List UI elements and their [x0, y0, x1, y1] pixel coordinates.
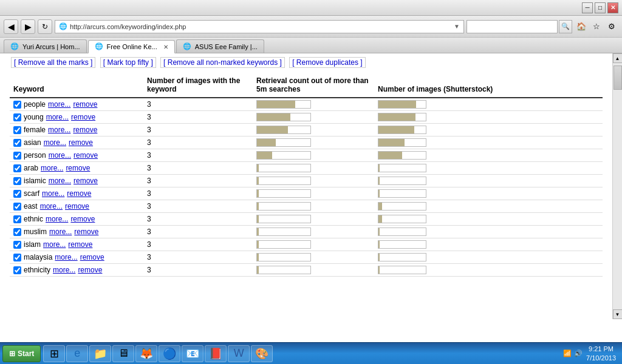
taskbar-app-ie[interactable]: e — [66, 345, 88, 362]
keyword-more-link[interactable]: more... — [49, 177, 71, 185]
keyword-remove-link[interactable]: remove — [73, 177, 98, 185]
taskbar-app-explorer[interactable]: 📁 — [89, 345, 111, 362]
keyword-checkbox[interactable] — [13, 126, 21, 134]
shutterstock-cell — [374, 200, 603, 213]
count-cell: 3 — [143, 200, 253, 213]
scroll-up-arrow[interactable]: ▲ — [613, 53, 623, 63]
keyword-checkbox[interactable] — [13, 164, 21, 172]
keyword-checkbox[interactable] — [13, 254, 21, 261]
tab-yuri[interactable]: 🌐 Yuri Arcurs | Hom... — [4, 39, 87, 53]
keyword-more-link[interactable]: more... — [48, 126, 70, 134]
star-icon[interactable]: ☆ — [590, 20, 603, 33]
keyword-remove-link[interactable]: remove — [73, 126, 97, 134]
home-icon[interactable]: 🏠 — [575, 20, 588, 33]
keyword-more-link[interactable]: more... — [55, 253, 77, 261]
keyword-checkbox[interactable] — [13, 215, 21, 223]
gear-icon[interactable]: ⚙ — [605, 20, 618, 33]
shutterstock-cell — [374, 187, 603, 200]
keyword-name: arab — [24, 164, 38, 172]
taskbar-app-paint[interactable]: 🎨 — [251, 345, 273, 362]
close-button[interactable]: ✕ — [607, 2, 618, 13]
address-bar[interactable]: 🌐 http://arcurs.com/keywording/index.php… — [55, 20, 464, 33]
address-dropdown-icon[interactable]: ▼ — [454, 23, 460, 30]
keyword-more-link[interactable]: more... — [49, 228, 72, 236]
keyword-more-link[interactable]: more... — [42, 189, 64, 198]
taskbar-app-firefox[interactable]: 🦊 — [135, 345, 157, 362]
keyword-name: people — [24, 100, 46, 109]
start-button[interactable]: ⊞ Start — [2, 345, 41, 362]
tab-asus[interactable]: 🌐 ASUS Eee Family |... — [176, 39, 264, 53]
keyword-checkbox[interactable] — [13, 101, 21, 109]
keyword-remove-link[interactable]: remove — [68, 240, 92, 249]
keyword-more-link[interactable]: more... — [49, 151, 71, 160]
keyword-remove-link[interactable]: remove — [73, 151, 98, 160]
scrollbar[interactable]: ▲ ▼ — [612, 53, 622, 319]
taskbar-app-pdf[interactable]: 📕 — [205, 345, 227, 362]
keyword-checkbox[interactable] — [13, 203, 21, 211]
retrieval-bar — [256, 253, 311, 261]
taskbar-app-word[interactable]: W — [228, 345, 250, 362]
shutterstock-cell — [374, 213, 603, 226]
keyword-checkbox[interactable] — [13, 139, 21, 147]
keyword-remove-link[interactable]: remove — [78, 266, 102, 274]
keyword-checkbox[interactable] — [13, 113, 21, 121]
keyword-remove-link[interactable]: remove — [80, 253, 104, 261]
keyword-checkbox[interactable] — [13, 190, 21, 198]
keyword-more-link[interactable]: more... — [46, 113, 69, 121]
remove-all-marks-link[interactable]: [ Remove all the marks ] — [11, 57, 95, 68]
minimize-button[interactable]: ─ — [582, 2, 593, 13]
keyword-more-link[interactable]: more... — [41, 164, 63, 172]
keyword-name: islamic — [24, 177, 46, 185]
keyword-more-link[interactable]: more... — [43, 240, 66, 249]
shutterstock-cell — [374, 98, 603, 111]
keyword-remove-link[interactable]: remove — [70, 215, 95, 223]
windows-icon: ⊞ — [9, 349, 15, 358]
keyword-checkbox[interactable] — [13, 228, 21, 236]
keyword-remove-link[interactable]: remove — [69, 138, 93, 147]
keyword-remove-link[interactable]: remove — [66, 164, 90, 172]
keyword-checkbox[interactable] — [13, 266, 21, 274]
shutterstock-bar — [378, 113, 426, 121]
keyword-more-link[interactable]: more... — [44, 138, 66, 147]
keyword-remove-link[interactable]: remove — [67, 189, 91, 198]
tab-free-close[interactable]: ✕ — [163, 44, 168, 50]
taskbar-right: 📶 🔊 9:21 PM 7/10/2013 — [559, 345, 620, 362]
remove-duplicates-link[interactable]: [ Remove duplicates ] — [289, 57, 365, 68]
taskbar-app-windows[interactable]: ⊞ — [43, 345, 65, 362]
shutterstock-bar — [378, 202, 426, 211]
table-row: east more... remove 3 — [10, 200, 603, 213]
keyword-remove-link[interactable]: remove — [73, 100, 97, 109]
taskbar-app-chrome[interactable]: 🔵 — [159, 345, 180, 362]
retrieval-bar — [256, 100, 311, 109]
search-input[interactable] — [466, 20, 558, 33]
scroll-thumb[interactable] — [613, 66, 622, 90]
mark-top-fifty-link[interactable]: [ Mark top fifty ] — [100, 57, 156, 68]
scroll-track[interactable] — [613, 63, 622, 309]
shutterstock-bar — [378, 138, 426, 147]
back-button[interactable]: ◀ — [4, 19, 18, 34]
keyword-more-link[interactable]: more... — [46, 215, 68, 223]
taskbar-app-monitor[interactable]: 🖥 — [112, 345, 134, 362]
count-cell: 3 — [143, 162, 253, 175]
keyword-remove-link[interactable]: remove — [65, 202, 89, 211]
tab-free[interactable]: 🌐 Free Online Ke... ✕ — [88, 40, 175, 53]
date-display: 7/10/2013 — [586, 354, 616, 362]
remove-non-marked-link[interactable]: [ Remove all non-marked keywords ] — [160, 57, 285, 68]
table-row: muslim more... remove 3 — [10, 226, 603, 238]
keyword-checkbox[interactable] — [13, 177, 21, 185]
maximize-button[interactable]: □ — [595, 2, 606, 13]
taskbar-app-mail[interactable]: 📧 — [182, 345, 203, 362]
search-button[interactable]: 🔍 — [559, 20, 572, 33]
refresh-button[interactable]: ↻ — [38, 19, 52, 34]
keyword-checkbox[interactable] — [13, 152, 21, 160]
scroll-down-arrow[interactable]: ▼ — [613, 309, 623, 319]
retrieval-bar — [256, 215, 311, 223]
forward-button[interactable]: ▶ — [21, 19, 35, 34]
keyword-checkbox[interactable] — [13, 241, 21, 249]
keyword-more-link[interactable]: more... — [40, 202, 63, 211]
keyword-remove-link[interactable]: remove — [71, 113, 95, 121]
table-row: scarf more... remove 3 — [10, 187, 603, 200]
keyword-remove-link[interactable]: remove — [74, 228, 98, 236]
keyword-more-link[interactable]: more... — [53, 266, 75, 274]
keyword-more-link[interactable]: more... — [48, 100, 70, 109]
